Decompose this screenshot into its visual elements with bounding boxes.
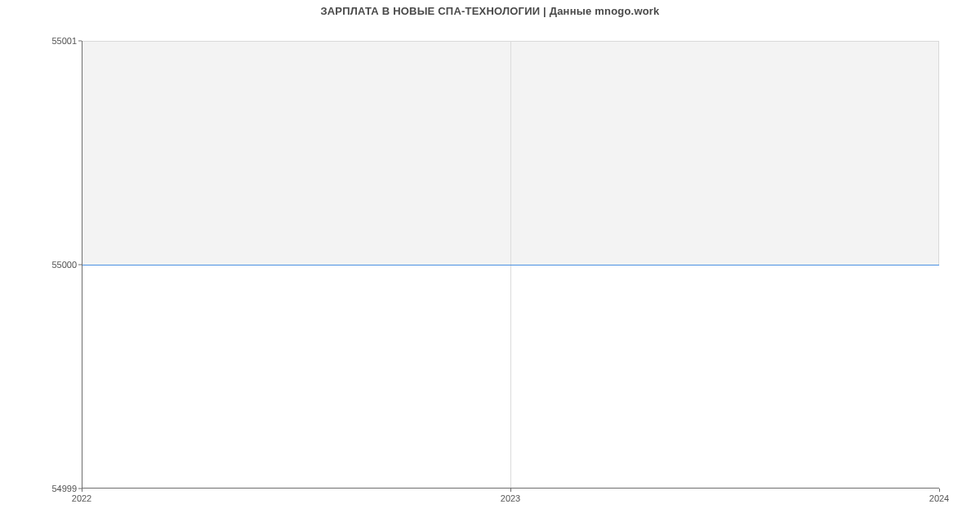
chart-container: ЗАРПЛАТА В НОВЫЕ СПА-ТЕХНОЛОГИИ | Данные… [0,0,980,531]
ytick-label: 55001 [11,36,77,46]
xtick-mark [510,489,511,492]
xtick-label: 2023 [501,493,520,503]
xtick-mark [939,489,940,492]
xtick-mark [82,489,82,492]
plot-area [82,41,939,489]
ytick-label: 55000 [11,260,77,270]
xtick-label: 2024 [929,493,949,503]
data-series-line [82,265,939,266]
axis-y [82,41,82,489]
ytick-label: 54999 [11,484,77,493]
xtick-label: 2022 [72,493,91,503]
ytick-mark [78,41,82,42]
chart-title: ЗАРПЛАТА В НОВЫЕ СПА-ТЕХНОЛОГИИ | Данные… [0,5,980,17]
ytick-mark [78,265,82,266]
